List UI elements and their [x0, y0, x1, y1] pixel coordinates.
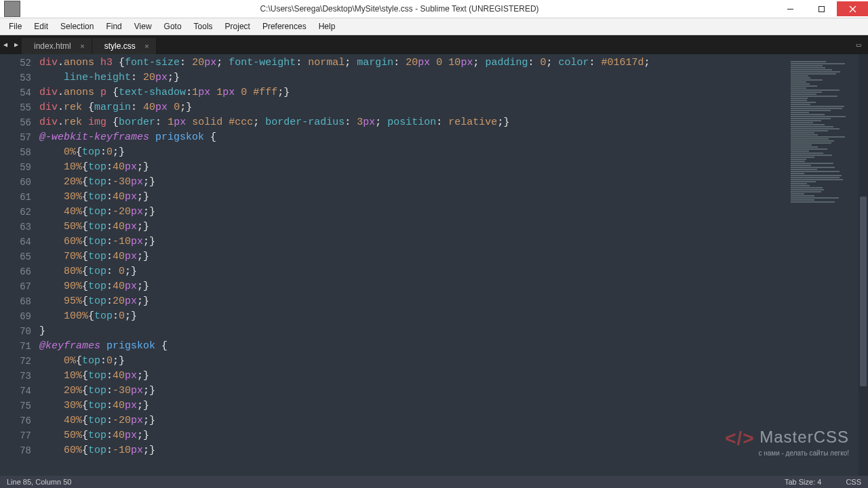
- window-title: C:\Users\Serega\Desktop\MySite\style.css…: [24, 4, 774, 14]
- line-number-gutter: 5253545556575859606162636465666768697071…: [0, 54, 39, 476]
- tab-nav-left-icon[interactable]: ◀: [0, 38, 11, 52]
- status-cursor-position: Line 85, Column 50: [7, 478, 71, 486]
- tab-label: index.html: [34, 41, 71, 51]
- line-number: 59: [0, 160, 31, 175]
- menu-preferences[interactable]: Preferences: [256, 20, 313, 33]
- code-line: @keyframes prigskok {: [39, 339, 784, 354]
- line-number: 67: [0, 279, 31, 294]
- window-minimize-button[interactable]: [774, 1, 806, 16]
- window-titlebar: C:\Users\Serega\Desktop\MySite\style.css…: [0, 0, 868, 18]
- code-line: line-height: 20px;}: [39, 70, 784, 85]
- menu-help[interactable]: Help: [313, 20, 342, 33]
- status-syntax[interactable]: CSS: [846, 478, 861, 486]
- code-line: div.anons h3 {font-size: 20px; font-weig…: [39, 56, 784, 70]
- line-number: 66: [0, 264, 31, 279]
- line-number: 69: [0, 309, 31, 324]
- code-line: 95%{top:20px;}: [39, 294, 784, 309]
- tab-nav-right-icon[interactable]: ▶: [11, 38, 22, 52]
- line-number: 64: [0, 235, 31, 249]
- code-line: 30%{top:40px;}: [39, 190, 784, 205]
- menu-selection[interactable]: Selection: [54, 20, 100, 33]
- panes-icon[interactable]: ▭: [856, 40, 861, 50]
- line-number: 57: [0, 130, 31, 145]
- code-line: div.rek {margin: 40px 0;}: [39, 100, 784, 115]
- tab-close-icon[interactable]: ×: [144, 42, 149, 50]
- code-line: div.anons p {text-shadow:1px 1px 0 #fff;…: [39, 85, 784, 100]
- status-bar: Line 85, Column 50 Tab Size: 4 CSS: [0, 476, 868, 488]
- code-line: }: [39, 324, 784, 339]
- line-number: 58: [0, 145, 31, 160]
- minimize-icon: [787, 5, 794, 13]
- line-number: 60: [0, 175, 31, 190]
- code-line: 50%{top:40px;}: [39, 220, 784, 235]
- code-line: 80%{top: 0;}: [39, 264, 784, 279]
- minimap[interactable]: [784, 54, 859, 476]
- code-area[interactable]: div.anons h3 {font-size: 20px; font-weig…: [39, 54, 784, 476]
- maximize-icon: [818, 5, 825, 13]
- line-number: 75: [0, 399, 31, 413]
- app-icon: [4, 1, 20, 17]
- line-number: 78: [0, 443, 31, 458]
- code-line: 10%{top:40px;}: [39, 369, 784, 384]
- tab-label: style.css: [104, 41, 136, 51]
- line-number: 70: [0, 324, 31, 339]
- line-number: 62: [0, 205, 31, 220]
- tab-style-css[interactable]: style.css×: [92, 38, 157, 54]
- code-line: div.rek img {border: 1px solid #ccc; bor…: [39, 115, 784, 130]
- line-number: 56: [0, 115, 31, 130]
- tab-close-icon[interactable]: ×: [80, 42, 84, 50]
- line-number: 76: [0, 413, 31, 428]
- code-line: 10%{top:40px;}: [39, 160, 784, 175]
- code-line: 60%{top:-10px;}: [39, 443, 784, 458]
- tab-index-html[interactable]: index.html×: [22, 38, 92, 54]
- line-number: 54: [0, 85, 31, 100]
- line-number: 72: [0, 354, 31, 369]
- vertical-scrollbar[interactable]: [859, 54, 868, 476]
- menu-view[interactable]: View: [128, 20, 158, 33]
- menu-find[interactable]: Find: [100, 20, 127, 33]
- code-line: 40%{top:-20px;}: [39, 413, 784, 428]
- menu-tools[interactable]: Tools: [188, 20, 219, 33]
- code-line: 0%{top:0;}: [39, 145, 784, 160]
- code-line: 20%{top:-30px;}: [39, 175, 784, 190]
- code-line: 30%{top:40px;}: [39, 399, 784, 413]
- menu-goto[interactable]: Goto: [158, 20, 188, 33]
- menu-edit[interactable]: Edit: [28, 20, 54, 33]
- code-line: 40%{top:-20px;}: [39, 205, 784, 220]
- line-number: 65: [0, 249, 31, 264]
- window-close-button[interactable]: [837, 1, 868, 16]
- code-line: @-webkit-keyframes prigskok {: [39, 130, 784, 145]
- tabbar: ◀ ▶ index.html×style.css× ▭: [0, 35, 868, 54]
- line-number: 55: [0, 100, 31, 115]
- window-maximize-button[interactable]: [806, 1, 837, 16]
- status-tab-size[interactable]: Tab Size: 4: [785, 478, 821, 486]
- editor: 5253545556575859606162636465666768697071…: [0, 54, 868, 476]
- menu-file[interactable]: File: [3, 20, 28, 33]
- line-number: 63: [0, 220, 31, 235]
- menubar: FileEditSelectionFindViewGotoToolsProjec…: [0, 18, 868, 35]
- close-icon: [849, 5, 856, 13]
- code-line: 20%{top:-30px;}: [39, 384, 784, 399]
- line-number: 52: [0, 56, 31, 70]
- line-number: 74: [0, 384, 31, 399]
- code-line: 70%{top:40px;}: [39, 249, 784, 264]
- code-line: 50%{top:40px;}: [39, 428, 784, 443]
- code-line: 0%{top:0;}: [39, 354, 784, 369]
- svg-rect-1: [818, 6, 824, 12]
- code-line: 60%{top:-10px;}: [39, 235, 784, 249]
- menu-project[interactable]: Project: [219, 20, 256, 33]
- code-line: 100%{top:0;}: [39, 309, 784, 324]
- line-number: 53: [0, 70, 31, 85]
- scrollbar-thumb[interactable]: [860, 197, 867, 386]
- line-number: 77: [0, 428, 31, 443]
- line-number: 61: [0, 190, 31, 205]
- code-line: 90%{top:40px;}: [39, 279, 784, 294]
- line-number: 71: [0, 339, 31, 354]
- line-number: 73: [0, 369, 31, 384]
- line-number: 68: [0, 294, 31, 309]
